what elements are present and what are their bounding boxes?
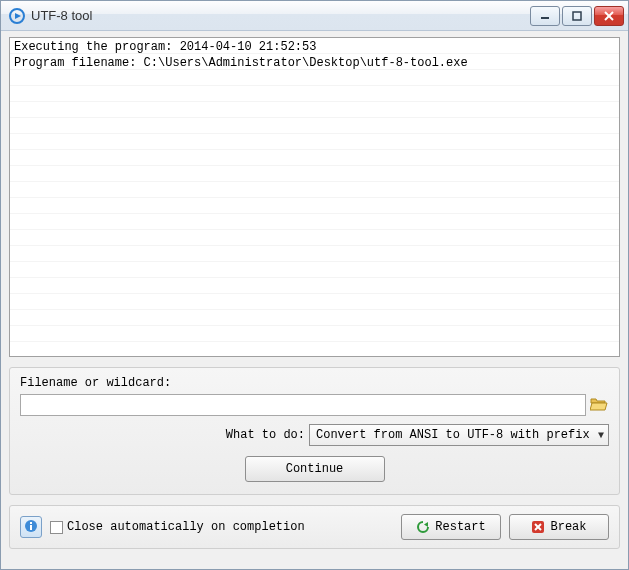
svg-rect-8 — [30, 522, 32, 524]
folder-open-icon — [590, 396, 608, 415]
maximize-button[interactable] — [562, 6, 592, 26]
log-lines: Executing the program: 2014-04-10 21:52:… — [10, 38, 619, 72]
filename-label: Filename or wildcard: — [20, 376, 609, 390]
stop-icon — [531, 520, 545, 534]
close-auto-label: Close automatically on completion — [67, 520, 305, 534]
app-window: UTF-8 tool Executing the program: 2014-0… — [0, 0, 629, 570]
window-title: UTF-8 tool — [31, 8, 530, 23]
content-area: Executing the program: 2014-04-10 21:52:… — [1, 31, 628, 569]
svg-marker-9 — [424, 522, 428, 527]
titlebar[interactable]: UTF-8 tool — [1, 1, 628, 31]
svg-marker-1 — [15, 13, 21, 19]
restart-button[interactable]: Restart — [401, 514, 501, 540]
info-button[interactable] — [20, 516, 42, 538]
continue-button[interactable]: Continue — [245, 456, 385, 482]
minimize-button[interactable] — [530, 6, 560, 26]
what-to-do-label: What to do: — [226, 428, 305, 442]
continue-row: Continue — [20, 456, 609, 482]
break-button[interactable]: Break — [509, 514, 609, 540]
filename-input[interactable] — [20, 394, 586, 416]
log-panel: Executing the program: 2014-04-10 21:52:… — [9, 37, 620, 357]
log-line: Program filename: C:\Users\Administrator… — [14, 55, 615, 71]
close-auto-checkbox[interactable] — [50, 521, 63, 534]
button-label: Continue — [286, 462, 344, 476]
button-label: Break — [550, 520, 586, 534]
input-group: Filename or wildcard: What to do: Conver… — [9, 367, 620, 495]
what-to-do-row: What to do: Convert from ANSI to UTF-8 w… — [20, 424, 609, 446]
play-circle-icon — [9, 8, 25, 24]
info-icon — [24, 519, 38, 536]
select-value: Convert from ANSI to UTF-8 with prefix — [316, 428, 590, 442]
log-line: Executing the program: 2014-04-10 21:52:… — [14, 39, 615, 55]
refresh-icon — [416, 520, 430, 534]
ruled-background — [10, 38, 619, 356]
svg-rect-7 — [30, 525, 32, 530]
window-controls — [530, 6, 624, 26]
chevron-down-icon: ▼ — [598, 430, 604, 441]
filename-row — [20, 394, 609, 416]
svg-rect-3 — [573, 12, 581, 20]
button-label: Restart — [435, 520, 485, 534]
close-button[interactable] — [594, 6, 624, 26]
what-to-do-select[interactable]: Convert from ANSI to UTF-8 with prefix ▼ — [309, 424, 609, 446]
footer-bar: Close automatically on completion Restar… — [9, 505, 620, 549]
browse-button[interactable] — [589, 395, 609, 415]
